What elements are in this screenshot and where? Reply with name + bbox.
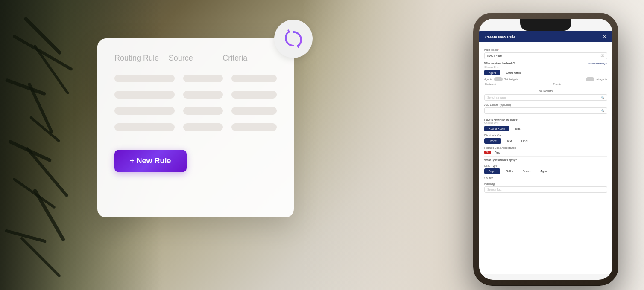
refresh-icon-circle[interactable]: [274, 20, 313, 58]
choose-one-label: Choose One: [484, 66, 607, 68]
yes-label[interactable]: Yes: [495, 151, 500, 154]
skeleton-bar: [114, 107, 175, 115]
lender-search-icon: 🔍: [601, 109, 604, 112]
select-agent-placeholder: Select an agent: [487, 96, 506, 99]
distribute-label: How to distribute the leads?: [484, 119, 607, 122]
who-receives-section: Who receives the leads? View Summary ↓: [484, 62, 607, 65]
refresh-icon: [283, 29, 304, 49]
priority-header: Priority: [552, 82, 607, 86]
skeleton-bar: [114, 91, 175, 99]
agents-section-row: Agents Set Weights At Agents: [484, 77, 607, 81]
distribute-via-btn-group: Phone Text Email: [484, 138, 607, 144]
at-agents-toggle[interactable]: [586, 77, 594, 81]
skeleton-bar: [231, 91, 277, 99]
lead-type-label: Lead Type: [484, 164, 607, 167]
modal-title: Create New Rule: [485, 35, 515, 39]
phone-screen-container: Create New Rule ✕ Rule Name* New Leads ⌫: [479, 19, 612, 280]
agents-table: Recipient Priority: [484, 82, 607, 86]
routing-rules-card: Routing Rule Source Criteria + New Rule: [97, 38, 294, 218]
leaf-decoration: [20, 237, 61, 278]
skeleton-bar: [231, 123, 277, 131]
search-for-input[interactable]: Search for...: [484, 186, 607, 193]
buyer-button[interactable]: Buyer: [484, 168, 500, 174]
distribute-via-label: Distribute Via: [484, 134, 607, 137]
skeleton-row: [114, 123, 277, 131]
divider: [484, 116, 607, 116]
who-receives-label: Who receives the leads?: [484, 62, 515, 65]
text-label: Text: [503, 138, 515, 144]
skeleton-bar: [183, 123, 223, 131]
phone-button[interactable]: Phone: [484, 138, 501, 144]
card-table-header: Routing Rule Source Criteria: [114, 54, 277, 63]
phone-outer-shell: Create New Rule ✕ Rule Name* New Leads ⌫: [473, 13, 618, 286]
search-for-placeholder: Search for...: [487, 188, 502, 191]
skeleton-bar: [183, 91, 223, 99]
no-results-label: No Results: [484, 88, 607, 94]
lead-type-btn-group: Buyer Seller Renter Agent: [484, 168, 607, 174]
modal-header: Create New Rule ✕: [479, 31, 612, 42]
view-summary-link[interactable]: View Summary ↓: [588, 62, 607, 65]
choose-one-label-2: Choose One: [484, 122, 607, 124]
skeleton-bar: [114, 75, 175, 82]
add-lender-label: Add Lender (optional): [484, 103, 607, 106]
seller-label: Seller: [503, 168, 517, 174]
new-rule-button[interactable]: + New Rule: [114, 150, 187, 172]
skeleton-bar: [114, 123, 175, 131]
skeleton-row: [114, 107, 277, 115]
divider-2: [484, 156, 607, 157]
add-lender-input[interactable]: 🔍: [484, 107, 607, 114]
source-col-header: Source: [169, 54, 223, 63]
round-robin-button[interactable]: Round Robin: [484, 126, 509, 131]
require-acceptance-label: Require Lead Acceptance: [484, 146, 607, 149]
entire-office-label: Entire Office: [503, 70, 525, 75]
skeleton-row: [114, 75, 277, 82]
at-agents-label: At Agents: [596, 78, 607, 81]
phone-notch: [520, 19, 571, 31]
agent-label: Agent: [537, 168, 551, 174]
distribution-btn-group: Round Robin Blast: [484, 126, 607, 131]
email-label: Email: [518, 138, 532, 144]
criteria-col-header: Criteria: [222, 54, 277, 63]
search-icon: 🔍: [601, 96, 604, 99]
phone-mockup: Create New Rule ✕ Rule Name* New Leads ⌫: [473, 13, 618, 286]
source-label: Source: [484, 177, 607, 180]
modal-close-button[interactable]: ✕: [603, 34, 606, 40]
agents-label: Agents: [484, 78, 492, 81]
no-tag[interactable]: No: [484, 151, 491, 154]
renter-label: Renter: [519, 168, 535, 174]
recipient-header: Recipient: [484, 82, 552, 86]
leaf-decoration: [12, 34, 73, 71]
acceptance-btn-group: No Yes: [484, 151, 607, 154]
agent-office-btn-group: Agent Entire Office: [484, 70, 607, 75]
rule-name-input[interactable]: New Leads ⌫: [484, 52, 607, 59]
set-weights-label: Set Weights: [504, 78, 518, 81]
hashtag-label: Hashtag: [484, 182, 607, 185]
leaf-decoration: [23, 17, 62, 55]
skeleton-row: [114, 91, 277, 99]
agent-button[interactable]: Agent: [484, 70, 500, 75]
skeleton-bar: [231, 75, 277, 82]
lead-type-section: What Type of leads apply?: [484, 159, 607, 162]
skeleton-bar: [183, 107, 223, 115]
leaf-decoration: [33, 44, 69, 95]
routing-rule-col-header: Routing Rule: [114, 54, 169, 63]
leaf-decoration: [33, 188, 66, 241]
phone-screen: Create New Rule ✕ Rule Name* New Leads ⌫: [479, 19, 612, 280]
modal-body: Rule Name* New Leads ⌫ Who receives the …: [479, 42, 612, 274]
skeleton-bar: [231, 107, 277, 115]
blast-label: Blast: [512, 126, 524, 131]
select-agent-input[interactable]: Select an agent 🔍: [484, 94, 607, 101]
set-weights-toggle[interactable]: [494, 77, 503, 81]
rule-name-label: Rule Name*: [484, 48, 607, 51]
leaf-decoration: [5, 78, 47, 96]
skeleton-bar: [183, 75, 223, 82]
